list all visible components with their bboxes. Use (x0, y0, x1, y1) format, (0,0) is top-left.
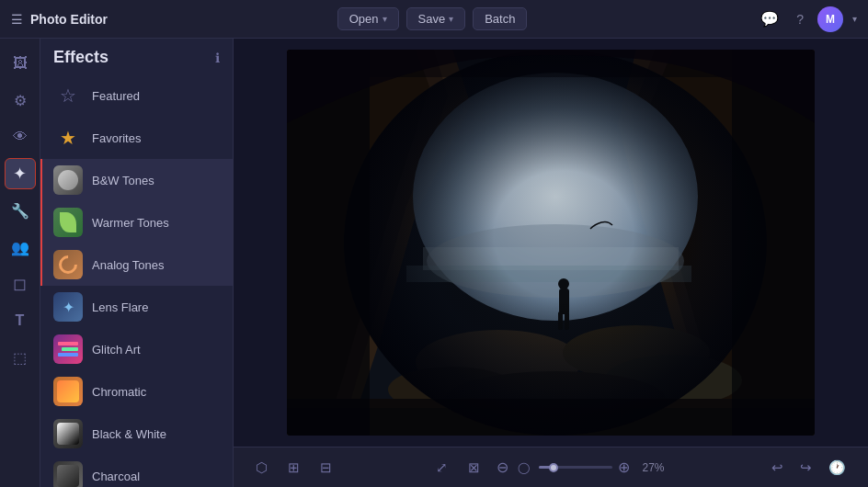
topbar-right: 💬 ? M ▾ (757, 6, 857, 32)
batch-button[interactable]: Batch (473, 7, 527, 30)
sidebar-item-export[interactable]: ⬚ (5, 342, 36, 373)
image-icon: 🖼 (13, 55, 28, 72)
open-chevron-icon: ▾ (383, 14, 387, 24)
save-chevron-icon: ▾ (449, 14, 453, 24)
zoom-out-icon[interactable]: ⊖ (497, 459, 508, 476)
favorites-icon: ★ (53, 123, 83, 153)
topbar: ☰ Photo Editor Open ▾ Save ▾ Batch 💬 ? M… (0, 0, 868, 39)
photo-container (287, 50, 815, 436)
frame-icon[interactable]: ⊞ (284, 456, 303, 480)
cave-photo-svg (287, 50, 815, 436)
effect-label-bw-tones: B&W Tones (92, 174, 154, 187)
topbar-center: Open ▾ Save ▾ Batch (337, 7, 528, 30)
zoom-percent: 27% (643, 461, 672, 474)
bottom-toolbar-right: ↩ ↪ 🕐 (768, 456, 850, 480)
featured-icon: ☆ (53, 81, 83, 110)
effect-item-warmer-tones[interactable]: Warmer Tones (40, 201, 233, 244)
effect-item-chromatic[interactable]: Chromatic (40, 370, 233, 413)
zoom-in-icon[interactable]: ⊕ (618, 459, 630, 476)
analog-tones-icon (53, 250, 83, 279)
people-icon: 👥 (11, 239, 29, 256)
sidebar-item-people[interactable]: 👥 (5, 232, 36, 263)
effect-label-analog-tones: Analog Tones (92, 258, 165, 272)
fit-icon[interactable]: ⊠ (464, 456, 484, 480)
layers-icon[interactable]: ⬡ (252, 456, 271, 480)
canvas-viewport[interactable] (234, 39, 868, 447)
main-content: 🖼 ⚙ 👁 ✦ 🔧 👥 ◻ T ⬚ Effects ℹ (0, 39, 868, 487)
effect-item-black-white[interactable]: Black & White (40, 413, 233, 455)
sidebar-item-image[interactable]: 🖼 (5, 48, 36, 79)
sidebar-item-text[interactable]: T (5, 305, 36, 336)
effect-item-charcoal[interactable]: Charcoal (40, 455, 233, 487)
zoom-track[interactable] (539, 466, 612, 469)
sidebar-item-tools[interactable]: 🔧 (5, 195, 36, 226)
sidebar-item-mask[interactable]: ◻ (5, 268, 36, 300)
effect-label-glitch-art: Glitch Art (92, 343, 141, 357)
effects-star-icon: ✦ (13, 164, 27, 184)
effects-header: Effects ℹ (40, 39, 233, 74)
bw-tones-icon (53, 165, 83, 195)
svg-point-16 (344, 50, 767, 436)
canvas-area: ⬡ ⊞ ⊟ ⤢ ⊠ ⊖ ◯ ⊕ 27% ↩ (234, 39, 868, 487)
eye-icon: 👁 (13, 129, 28, 145)
effect-label-featured: Featured (92, 89, 140, 103)
topbar-left: ☰ Photo Editor (11, 12, 108, 27)
icon-sidebar: 🖼 ⚙ 👁 ✦ 🔧 👥 ◻ T ⬚ (0, 39, 40, 487)
avatar-chevron-icon[interactable]: ▾ (852, 14, 857, 24)
avatar[interactable]: M (817, 6, 843, 32)
info-icon[interactable]: ℹ (215, 51, 220, 65)
effect-label-lens-flare: Lens Flare (92, 300, 148, 314)
sidebar-item-adjust[interactable]: ⚙ (5, 85, 36, 116)
effect-label-charcoal: Charcoal (92, 470, 140, 483)
effect-item-analog-tones[interactable]: Analog Tones (40, 244, 233, 286)
effect-item-featured[interactable]: ☆ Featured (40, 74, 233, 117)
black-white-icon (53, 419, 83, 448)
effect-item-glitch-art[interactable]: Glitch Art (40, 328, 233, 370)
charcoal-icon (53, 461, 83, 487)
open-button[interactable]: Open ▾ (337, 7, 399, 30)
chromatic-icon (53, 377, 83, 406)
undo-icon[interactable]: ↩ (768, 456, 787, 480)
glitch-art-icon (53, 334, 83, 364)
effects-list: ☆ Featured ★ Favorites B&W Tones (40, 74, 233, 487)
help-icon[interactable]: ? (792, 10, 808, 28)
redo-icon[interactable]: ↪ (796, 456, 816, 480)
sidebar-item-eye[interactable]: 👁 (5, 121, 36, 153)
hamburger-icon[interactable]: ☰ (11, 12, 23, 27)
effect-item-lens-flare[interactable]: ✦ Lens Flare (40, 286, 233, 328)
effects-panel: Effects ℹ ☆ Featured ★ Favorites (40, 39, 234, 487)
expand-icon[interactable]: ⤢ (432, 456, 451, 480)
lens-flare-icon: ✦ (53, 292, 83, 322)
export-icon: ⬚ (13, 349, 27, 367)
effect-label-favorites: Favorites (92, 131, 141, 145)
bottom-toolbar: ⬡ ⊞ ⊟ ⤢ ⊠ ⊖ ◯ ⊕ 27% ↩ (234, 447, 868, 487)
zoom-slider-container: ⊖ ◯ ⊕ (497, 458, 630, 478)
bottom-toolbar-center: ⤢ ⊠ ⊖ ◯ ⊕ 27% (432, 456, 672, 480)
sidebar-item-effects[interactable]: ✦ (5, 158, 36, 189)
effect-label-warmer-tones: Warmer Tones (92, 216, 169, 230)
app-title: Photo Editor (30, 12, 108, 27)
text-icon: T (16, 312, 25, 329)
chat-icon[interactable]: 💬 (757, 6, 782, 31)
effect-label-black-white: Black & White (92, 427, 166, 441)
effect-item-favorites[interactable]: ★ Favorites (40, 117, 233, 159)
mask-icon: ◻ (13, 274, 27, 294)
sliders-icon: ⚙ (14, 92, 27, 109)
zoom-slider-dot[interactable]: ◯ (514, 458, 533, 478)
warmer-tones-icon (53, 208, 83, 237)
effect-label-chromatic: Chromatic (92, 385, 146, 399)
effect-item-bw-tones[interactable]: B&W Tones (40, 159, 233, 201)
grid-icon[interactable]: ⊟ (316, 456, 336, 480)
tools-icon: 🔧 (11, 202, 29, 220)
bottom-toolbar-left: ⬡ ⊞ ⊟ (252, 456, 336, 480)
effects-title: Effects (53, 48, 108, 67)
save-button[interactable]: Save ▾ (406, 7, 466, 30)
history-icon[interactable]: 🕐 (825, 456, 850, 480)
svg-rect-20 (287, 399, 815, 436)
